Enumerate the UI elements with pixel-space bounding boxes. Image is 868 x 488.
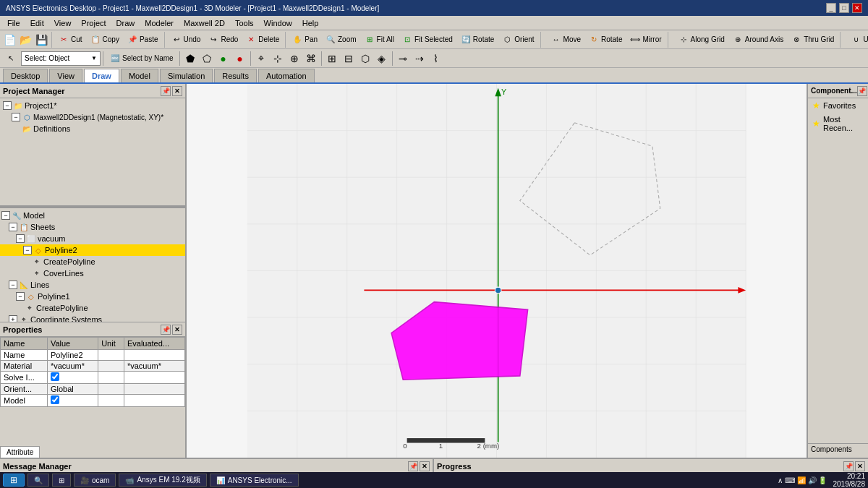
tb2-icon9[interactable]: ⊞ (324, 51, 340, 67)
pan-button[interactable]: ✋ Pan (288, 32, 321, 48)
prop-pin-btn[interactable]: 📌 (161, 325, 171, 335)
tab-attribute[interactable]: Attribute (0, 446, 40, 458)
mirror-button[interactable]: ⟺ Mirror (626, 32, 665, 48)
expand-project1[interactable]: − (3, 101, 12, 110)
taskbar-ansys-video[interactable]: 📹 Ansys EM 19.2视频 (119, 474, 206, 487)
comp-recent[interactable]: ★ Most Recen... (808, 113, 868, 134)
tab-simulation[interactable]: Simulation (160, 69, 213, 82)
pm-close-btn[interactable]: ✕ (172, 86, 182, 96)
menu-edit[interactable]: Edit (26, 17, 48, 29)
tab-results[interactable]: Results (214, 69, 257, 82)
orient-button[interactable]: ⬡ Orient (498, 32, 537, 48)
tb2-icon3[interactable]: ● (216, 51, 231, 67)
tb2-icon4[interactable]: ● (232, 51, 248, 67)
prop-orient-value[interactable]: Global (47, 384, 98, 395)
prog-close-btn[interactable]: ✕ (855, 461, 865, 471)
tab-view[interactable]: View (49, 69, 82, 82)
prop-close-btn[interactable]: ✕ (172, 325, 182, 335)
maximize-button[interactable]: □ (839, 3, 849, 13)
viewport[interactable]: Y 0 1 2 (mm) (187, 84, 807, 458)
prog-pin-btn[interactable]: 📌 (843, 461, 854, 471)
new-button[interactable]: 📄 (1, 32, 17, 48)
expand-polyline1[interactable]: − (16, 292, 25, 301)
tree-project1[interactable]: − 📁 Project1* (0, 100, 185, 111)
menu-modeler[interactable]: Modeler (140, 17, 178, 29)
prop-solve-value[interactable] (47, 372, 98, 384)
menu-view[interactable]: View (50, 17, 76, 29)
tb2-icon7[interactable]: ⊕ (286, 51, 302, 67)
minimize-button[interactable]: _ (826, 3, 836, 13)
tree-design1[interactable]: − ⬡ Maxwell2DDesign1 (Magnetostatic, XY)… (0, 111, 185, 123)
select-by-name-button[interactable]: 🔤 Select by Name (106, 51, 177, 67)
tree-lines[interactable]: − 📐 Lines (0, 279, 185, 291)
taskbar-task-view[interactable]: ⊞ (52, 474, 71, 487)
comp-pin-btn[interactable]: 📌 (857, 86, 867, 96)
tb2-icon6[interactable]: ⊹ (270, 51, 286, 67)
prop-name-value[interactable]: Polyline2 (47, 350, 98, 361)
tree-polyline1[interactable]: − ◇ Polyline1 (0, 291, 185, 302)
taskbar-search[interactable]: 🔍 (27, 474, 49, 487)
delete-button[interactable]: ✕ Delete (242, 32, 283, 48)
tree-polyline2[interactable]: − ◇ Polyline2 (0, 244, 185, 256)
fit-all-button[interactable]: ⊞ Fit All (360, 32, 398, 48)
solve-checkbox[interactable] (51, 372, 59, 381)
taskbar-ocam[interactable]: 🎥 ocam (74, 474, 116, 487)
expand-vacuum[interactable]: − (16, 234, 25, 243)
tb2-icon10[interactable]: ⊟ (341, 51, 357, 67)
redo-button[interactable]: ↪ Redo (204, 32, 242, 48)
rotate-obj-button[interactable]: ↻ Rotate (584, 32, 626, 48)
tab-desktop[interactable]: Desktop (3, 69, 48, 82)
expand-polyline2[interactable]: − (23, 246, 32, 254)
tb2-icon8[interactable]: ⌘ (303, 51, 319, 67)
menu-file[interactable]: File (3, 17, 25, 29)
tab-model[interactable]: Model (121, 69, 158, 82)
thru-grid-button[interactable]: ⊗ Thru Grid (787, 32, 838, 48)
around-axis-button[interactable]: ⊕ Around Axis (728, 32, 787, 48)
rotate-view-button[interactable]: 🔄 Rotate (456, 32, 498, 48)
pm-pin-btn[interactable]: 📌 (161, 86, 171, 96)
menu-draw[interactable]: Draw (112, 17, 140, 29)
tb2-icon11[interactable]: ⬡ (357, 51, 373, 67)
tree-model[interactable]: − 🔧 Model (0, 210, 185, 221)
model-checkbox[interactable] (51, 395, 59, 404)
select-mode-btn[interactable]: ↖ (1, 51, 20, 67)
prop-mat-value[interactable]: *vacuum* (47, 361, 98, 372)
prop-model-value[interactable] (47, 395, 98, 407)
tree-vacuum[interactable]: − ⬜ vacuum (0, 233, 185, 244)
paste-button[interactable]: 📌 Paste (123, 32, 162, 48)
close-button[interactable]: ✕ (852, 3, 862, 13)
unite-button[interactable]: ∪ Unite (846, 32, 868, 48)
fit-selected-button[interactable]: ⊡ Fit Selected (398, 32, 456, 48)
expand-coord[interactable]: + (9, 315, 17, 322)
cut-button[interactable]: ✂ Cut (54, 32, 86, 48)
expand-lines[interactable]: − (9, 281, 17, 289)
menu-help[interactable]: Help (298, 17, 323, 29)
tb2-icon2[interactable]: ⬠ (199, 51, 215, 67)
taskbar-ansys-edt[interactable]: 📊 ANSYS Electronic... (210, 474, 299, 487)
menu-tools[interactable]: Tools (231, 17, 258, 29)
select-object-dropdown[interactable]: Select: Object ▼ (21, 51, 101, 66)
expand-sheets[interactable]: − (9, 223, 17, 231)
tab-draw[interactable]: Draw (84, 69, 119, 82)
zoom-button[interactable]: 🔍 Zoom (321, 32, 360, 48)
tree-create-polyline1[interactable]: ⌖ CreatePolyline (0, 302, 185, 314)
tree-create-polyline[interactable]: ⌖ CreatePolyline (0, 256, 185, 267)
tree-definitions[interactable]: 📂 Definitions (0, 123, 185, 134)
start-button[interactable]: ⊞ (3, 474, 25, 487)
open-button[interactable]: 📂 (17, 32, 33, 48)
mm-close-btn[interactable]: ✕ (420, 461, 430, 471)
comp-favorites[interactable]: ★ Favorites (808, 98, 868, 113)
expand-design1[interactable]: − (12, 113, 20, 121)
tree-coord-systems[interactable]: + ⌖ Coordinate Systems (0, 314, 185, 322)
move-button[interactable]: ↔ Move (547, 32, 584, 48)
expand-model[interactable]: − (1, 211, 10, 220)
tb2-icon15[interactable]: ⌇ (428, 51, 444, 67)
tb2-icon14[interactable]: ⇢ (412, 51, 427, 67)
tb2-icon12[interactable]: ◈ (374, 51, 390, 67)
mm-pin-btn[interactable]: 📌 (408, 461, 418, 471)
tab-automation[interactable]: Automation (258, 69, 315, 82)
undo-button[interactable]: ↩ Undo (167, 32, 205, 48)
tb2-icon1[interactable]: ⬟ (182, 51, 198, 67)
tb2-icon13[interactable]: ⊸ (395, 51, 411, 67)
menu-window[interactable]: Window (260, 17, 297, 29)
